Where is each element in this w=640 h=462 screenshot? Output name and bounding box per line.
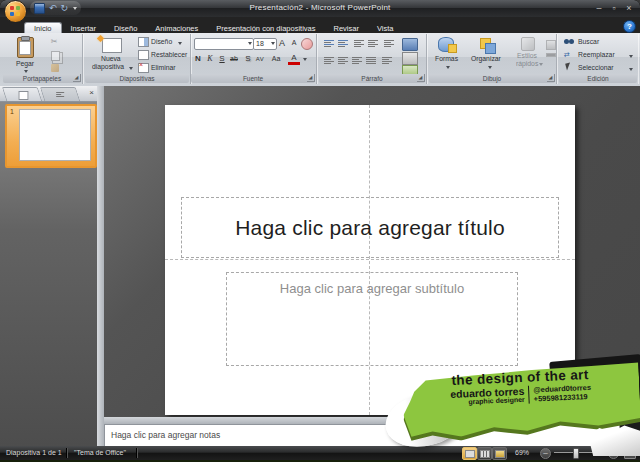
underline-button[interactable]: S (216, 53, 228, 65)
zoom-slider-thumb[interactable] (573, 448, 579, 459)
slides-group-label: Diapositivas (85, 74, 189, 83)
office-logo-yellow (16, 12, 20, 16)
copy-icon[interactable] (51, 51, 60, 61)
zoom-level: 69% (515, 449, 529, 456)
numbering-icon[interactable] (338, 39, 348, 48)
scroll-down-icon (630, 437, 634, 440)
scroll-down-button[interactable] (626, 433, 639, 445)
shapes-label: Formas (435, 55, 458, 62)
grow-font-button[interactable]: A (276, 37, 288, 49)
justify-icon[interactable] (366, 56, 376, 65)
new-slide-label-1: Nueva (101, 55, 121, 62)
align-text-icon[interactable] (402, 52, 418, 65)
shapes-dropdown-icon (446, 66, 450, 69)
decrease-indent-icon[interactable] (354, 39, 364, 48)
paragraph-dialog-launcher[interactable]: ◢ (417, 74, 425, 82)
quick-styles-button[interactable]: Estilos rápidos (512, 36, 544, 74)
scroll-up-button[interactable] (626, 413, 639, 425)
shape-fill-icon[interactable] (546, 40, 556, 50)
title-placeholder[interactable]: Haga clic para agregar título (181, 197, 559, 258)
columns-icon[interactable] (382, 56, 392, 65)
font-dialog-launcher[interactable]: ◢ (307, 74, 315, 82)
replace-dropdown-icon (629, 55, 633, 58)
format-painter-icon[interactable] (51, 64, 59, 72)
zoom-slider-track[interactable] (554, 452, 604, 453)
close-button[interactable]: × (622, 3, 636, 13)
panel-splitter[interactable] (97, 86, 104, 446)
text-shadow-button[interactable]: S (242, 53, 254, 65)
subtitle-placeholder[interactable]: Haga clic para agregar subtítulo (226, 272, 518, 366)
align-right-icon[interactable] (352, 56, 362, 65)
paste-dropdown-icon[interactable] (24, 70, 28, 73)
normal-view-button[interactable] (462, 447, 477, 460)
slideshow-button[interactable] (492, 447, 507, 460)
font-size-combobox[interactable]: 18 (253, 38, 277, 50)
office-logo-red (10, 6, 14, 10)
find-icon (564, 39, 569, 44)
align-left-icon[interactable] (324, 56, 334, 65)
drawing-dialog-launcher[interactable]: ◢ (547, 74, 555, 82)
arrange-label: Organizar (471, 55, 501, 62)
paste-button[interactable]: Pegar (8, 36, 42, 74)
notes-scrollbar[interactable] (624, 410, 640, 448)
find-label: Buscar (578, 38, 599, 45)
change-case-button[interactable]: Aa (270, 53, 282, 65)
font-color-dropdown-icon[interactable] (303, 58, 307, 61)
slide-thumbnail-selected[interactable]: 1 (5, 104, 97, 168)
strikethrough-button[interactable]: ab (228, 53, 240, 65)
zoom-in-button[interactable]: + (608, 448, 619, 459)
replace-label: Reemplazar (578, 51, 615, 58)
italic-button[interactable]: K (204, 53, 216, 65)
reset-icon (138, 50, 149, 60)
group-editing: Buscar ⇄ Reemplazar Seleccionar Edición (558, 34, 638, 84)
bullets-icon[interactable] (324, 39, 334, 48)
slide-thumbnail-preview (19, 109, 91, 161)
font-color-button[interactable]: A (288, 53, 300, 65)
replace-icon: ⇄ (564, 51, 570, 59)
shrink-font-button[interactable]: A (288, 37, 300, 49)
increase-indent-icon[interactable] (368, 39, 378, 48)
fit-to-window-button[interactable] (624, 448, 636, 459)
line-spacing-icon[interactable] (384, 39, 394, 48)
shapes-square-icon (448, 44, 457, 53)
help-button[interactable]: ? (623, 20, 636, 33)
slide-thumbnail-number: 1 (10, 108, 14, 115)
font-size-dropdown-icon (271, 42, 275, 45)
notes-splitter[interactable] (104, 417, 640, 424)
office-button[interactable] (4, 0, 27, 23)
group-font: 18 A A N K S ab S AV Aa A Fuente ◢ (190, 34, 317, 84)
outline-tab-icon (56, 91, 64, 98)
maximize-button[interactable]: ▫ (607, 3, 621, 13)
horizontal-guide (165, 259, 575, 260)
slide-sorter-icon (480, 450, 490, 458)
align-center-icon[interactable] (338, 56, 348, 65)
shape-outline-icon[interactable] (546, 53, 556, 57)
normal-view-icon (465, 450, 475, 458)
minimize-button[interactable]: – (592, 3, 606, 13)
arrange-button[interactable]: Organizar (468, 36, 510, 74)
notes-pane[interactable]: Haga clic para agregar notas (104, 424, 631, 448)
shapes-button[interactable]: Formas (430, 36, 466, 74)
clear-formatting-icon[interactable] (301, 38, 313, 50)
theme-name: "Tema de Office" (74, 449, 126, 456)
cut-button[interactable]: ✂ (48, 36, 60, 48)
slide-canvas[interactable]: Haga clic para agregar título Haga clic … (165, 105, 575, 415)
font-name-combobox[interactable] (194, 38, 254, 50)
bold-button[interactable]: N (192, 53, 204, 65)
arrange-front-icon (485, 43, 496, 54)
new-slide-button[interactable]: Nueva diapositiva (88, 36, 134, 74)
tab-diapositivas[interactable] (2, 87, 43, 101)
character-spacing-button[interactable]: AV (254, 53, 266, 65)
panel-close-icon[interactable]: × (89, 88, 94, 97)
text-direction-icon[interactable] (402, 38, 418, 51)
powerpoint-window: ↶ ↻ Presentación2 - Microsoft PowerPoint… (0, 0, 640, 462)
quick-styles-icon (521, 37, 535, 51)
zoom-out-button[interactable]: – (540, 448, 551, 459)
clipboard-group-label: Portapapeles (3, 74, 81, 83)
clipboard-dialog-launcher[interactable]: ◢ (73, 74, 81, 82)
scroll-up-icon (630, 417, 634, 420)
slide-sorter-button[interactable] (477, 447, 492, 460)
new-slide-dropdown-icon[interactable] (129, 67, 133, 70)
font-group-label: Fuente (191, 74, 315, 83)
tab-esquema[interactable] (40, 87, 81, 101)
